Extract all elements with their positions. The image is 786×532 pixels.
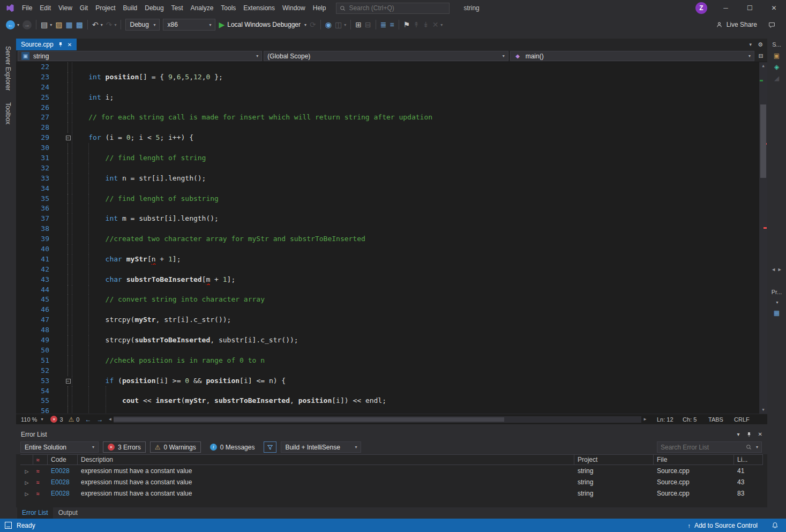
line-number[interactable]: 53 (16, 376, 54, 386)
source-filter-dropdown[interactable]: Build + IntelliSense ▾ (281, 441, 361, 453)
line-number[interactable]: 22 (16, 62, 54, 72)
menu-debug[interactable]: Debug (141, 0, 167, 16)
eol-indicator[interactable]: CRLF (734, 416, 760, 423)
menu-file[interactable]: File (18, 0, 36, 16)
panel-tab-error-list[interactable]: Error List (17, 507, 53, 519)
code-line[interactable]: 25int i; (16, 93, 767, 103)
row-expander[interactable]: ▷ (20, 467, 33, 475)
new-file-button[interactable]: ▤▾ (39, 18, 54, 31)
panel-header[interactable]: Error List ▾ ✕ (16, 429, 767, 440)
properties-grid-icon[interactable]: ▦ (774, 310, 780, 316)
error-row[interactable]: ▷≈E0028expression must have a constant v… (20, 476, 763, 488)
scroll-down-icon[interactable]: ▼ (759, 406, 767, 414)
line-number[interactable]: 30 (16, 143, 54, 153)
dock-left-arrow-icon[interactable]: ◄ ► (771, 267, 782, 272)
project-dropdown[interactable]: ▣ string ▾ (18, 51, 262, 61)
column-header-file[interactable]: File (654, 455, 734, 464)
clear-bookmarks-button[interactable]: ✕▾ (431, 18, 445, 31)
navigate-backward-icon[interactable]: ← (82, 416, 94, 423)
error-list-search-box[interactable]: ▾ (657, 441, 762, 453)
expand-arrow-icon[interactable]: ▷ (25, 480, 29, 485)
code-line[interactable]: 31// find lenght of string (16, 153, 767, 163)
nav-back-button[interactable]: ←▾ (4, 18, 21, 31)
scrollbar-thumb[interactable] (760, 104, 766, 178)
start-debug-button[interactable]: ▶Local Windows Debugger▾ (217, 18, 308, 31)
code-editor[interactable]: 2223int position[] = { 9,6,5,12,0 };2425… (16, 62, 767, 414)
panel-tab-output[interactable]: Output (54, 507, 83, 519)
scope-filter-dropdown[interactable]: Entire Solution ▾ (20, 441, 99, 453)
code-line[interactable]: 37int m = substr[i].length(); (16, 214, 767, 224)
code-line[interactable]: 46 (16, 305, 767, 315)
menu-git[interactable]: Git (76, 0, 92, 16)
line-number[interactable]: 54 (16, 386, 54, 396)
window-options-gear-icon[interactable]: ⚙ (758, 41, 763, 48)
line-number[interactable]: 27 (16, 113, 54, 123)
line-number[interactable]: 36 (16, 204, 54, 214)
fold-margin[interactable]: − (64, 376, 72, 386)
row-expander[interactable]: ▷ (20, 478, 33, 486)
code-line[interactable]: 30 (16, 143, 767, 153)
menu-help[interactable]: Help (309, 0, 330, 16)
code-line[interactable]: 42 (16, 265, 767, 275)
code-line[interactable]: 51//check position is in range of 0 to n (16, 356, 767, 366)
line-number[interactable]: 51 (16, 356, 54, 366)
navigate-forward-icon[interactable]: → (94, 416, 106, 423)
pin-icon[interactable] (746, 432, 752, 437)
menu-window[interactable]: Window (279, 0, 309, 16)
code-line[interactable]: 23int position[] = { 9,6,5,12,0 }; (16, 72, 767, 83)
line-number[interactable]: 26 (16, 103, 54, 113)
expand-arrow-icon[interactable]: ▷ (25, 469, 29, 474)
collapse-region-icon[interactable]: − (66, 136, 71, 140)
save-button[interactable]: ▦ (64, 18, 74, 31)
line-number[interactable]: 31 (16, 153, 54, 163)
split-editor-icon[interactable]: ⊟ (756, 53, 766, 59)
undo-button[interactable]: ↶▾ (91, 18, 104, 31)
configuration-dropdown[interactable]: Debug▾ (125, 19, 160, 31)
code-line[interactable]: 54 (16, 386, 767, 396)
nav-forward-button[interactable]: → (21, 18, 33, 31)
user-avatar[interactable]: Z (695, 2, 707, 14)
line-number[interactable]: 49 (16, 335, 54, 346)
feedback-icon[interactable] (768, 21, 775, 28)
filter-button[interactable] (264, 441, 276, 453)
close-tab-icon[interactable]: ✕ (68, 42, 72, 48)
tab-solution-explorer-collapsed[interactable]: S... (772, 41, 781, 48)
search-input[interactable] (349, 4, 446, 12)
tab-properties-collapsed[interactable]: Pr... (772, 289, 782, 295)
row-expander[interactable]: ▷ (20, 490, 33, 497)
code-line[interactable]: 53−if (position[i] >= 0 && position[i] <… (16, 376, 767, 386)
background-tasks-icon[interactable] (5, 522, 12, 529)
tabs-indicator[interactable]: TABS (708, 416, 734, 423)
line-number[interactable]: 50 (16, 346, 54, 356)
code-line[interactable]: 29−for (i = 0; i < 5; i++) { (16, 133, 767, 143)
horizontal-scrollbar[interactable]: ◄ ► (108, 414, 647, 424)
code-line[interactable]: 43char substrToBeInserted[m + 1]; (16, 275, 767, 285)
solution-tree-button[interactable]: ⊞ (354, 18, 363, 31)
line-number[interactable]: 48 (16, 325, 54, 335)
line-number[interactable]: 38 (16, 224, 54, 234)
sync-active-document-button[interactable]: ⊟ (363, 18, 373, 31)
code-line[interactable]: 39//created two character array for mySt… (16, 234, 767, 244)
save-all-button[interactable]: ▩ (74, 18, 85, 31)
zoom-control[interactable]: 110 % ▾ (16, 416, 48, 423)
member-dropdown[interactable]: ◆ main() ▾ (510, 51, 754, 61)
chevron-down-icon[interactable]: ▾ (737, 431, 740, 437)
add-to-source-control-button[interactable]: ↑ Add to Source Control (681, 519, 764, 532)
line-number[interactable]: 23 (16, 72, 54, 83)
error-row[interactable]: ▷≈E0028expression must have a constant v… (20, 488, 763, 499)
line-number[interactable]: 28 (16, 123, 54, 133)
code-line[interactable]: 24 (16, 83, 767, 93)
line-number[interactable]: 40 (16, 244, 54, 254)
errors-toggle-button[interactable]: ✕ 3 Errors (103, 441, 146, 453)
line-number[interactable]: 24 (16, 83, 54, 93)
hot-reload-button[interactable]: ⟳ (308, 18, 318, 31)
line-number[interactable]: 42 (16, 265, 54, 275)
code-line[interactable]: 26 (16, 103, 767, 113)
live-share-label[interactable]: Live Share (727, 21, 757, 28)
tab-source-cpp[interactable]: Source.cpp ✕ (16, 39, 77, 50)
hscroll-track[interactable] (114, 416, 641, 423)
scroll-up-icon[interactable]: ▲ (759, 62, 767, 70)
close-button[interactable]: ✕ (762, 0, 786, 16)
line-number[interactable]: 33 (16, 174, 54, 184)
sidebar-tab-toolbox[interactable]: Toolbox (4, 102, 12, 124)
